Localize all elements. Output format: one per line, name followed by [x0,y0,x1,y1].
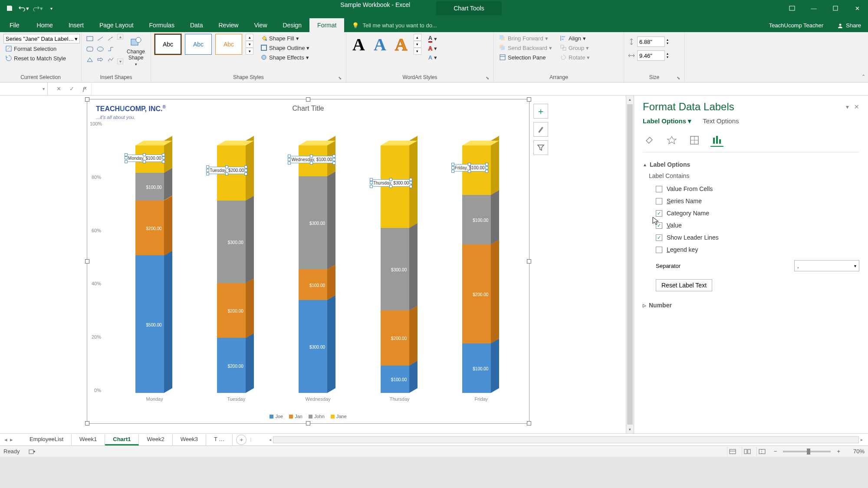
gallery-up-icon[interactable]: ▴ [414,34,421,41]
data-label[interactable]: Thursday, $300.00 [371,179,411,187]
chart-styles-button[interactable] [533,122,548,137]
tab-file[interactable]: File [0,18,29,32]
gallery-up-icon[interactable]: ▴ [246,34,253,41]
page-break-view-icon[interactable] [756,447,768,456]
gallery-more-icon[interactable]: ▾ [246,48,253,55]
tab-review[interactable]: Review [211,18,247,32]
collapse-ribbon-icon[interactable]: ⌃ [861,74,865,79]
pane-close-icon[interactable]: ✕ [854,103,859,110]
text-fill-button[interactable]: A ▾ [427,34,439,43]
label-options-tab[interactable]: Label Options ▾ [643,117,691,125]
plot-area[interactable]: 100%80%60% 40%20%0% $500.00$200.00$100.0… [103,121,522,397]
gallery-down-icon[interactable]: ▾ [414,41,421,48]
resize-handle[interactable] [85,97,89,102]
resize-handle[interactable] [527,259,531,264]
chart-filters-button[interactable] [533,140,548,155]
dialog-launcher-icon[interactable]: ⬊ [338,76,342,80]
formula-input[interactable] [91,82,868,95]
account-name[interactable]: TeachUcomp Teacher [762,19,831,32]
close-icon[interactable]: ✕ [846,0,868,16]
normal-view-icon[interactable] [727,447,738,456]
arrow-icon[interactable] [106,34,115,43]
dialog-launcher-icon[interactable]: ⬊ [486,76,489,80]
text-outline-button[interactable]: A ▾ [427,44,439,53]
tab-view[interactable]: View [246,18,275,32]
chart-elements-button[interactable]: ＋ [533,104,548,119]
scroll-thumb[interactable] [627,104,633,425]
chk-series-name[interactable]: Series Name [643,195,859,207]
chk-category-name[interactable]: ✓Category Name [643,207,859,219]
reset-label-text-button[interactable]: Reset Label Text [656,279,712,291]
tab-formulas[interactable]: Formulas [141,18,182,32]
sheet-tab[interactable]: Week2 [139,434,172,445]
redo-icon[interactable]: ▾ [31,2,43,14]
chk-legend-key[interactable]: Legend key [643,244,859,256]
shape-style-gallery[interactable]: Abc Abc Abc ▴ ▾ ▾ [155,34,253,55]
macro-record-icon[interactable] [29,448,36,455]
triangle-icon[interactable] [85,55,95,64]
sheet-tab[interactable]: EmployeeList [22,434,72,445]
zoom-out-button[interactable]: − [771,448,780,455]
shape-width-input[interactable] [637,50,665,61]
page-layout-view-icon[interactable] [742,447,753,456]
chk-show-leader-lines[interactable]: ✓Show Leader Lines [643,231,859,244]
maximize-icon[interactable] [825,0,846,16]
save-icon[interactable] [3,2,16,14]
align-button[interactable]: Align ▾ [558,34,592,43]
effects-icon[interactable] [665,134,678,147]
sheet-tab[interactable]: Week1 [72,434,105,445]
dialog-launcher-icon[interactable]: ⬊ [677,76,680,80]
data-label[interactable]: Wednesday, $100.00 [289,156,334,163]
tab-page-layout[interactable]: Page Layout [92,18,141,32]
tab-format[interactable]: Format [309,18,344,32]
ribbon-display-icon[interactable] [781,0,803,16]
scroll-left-icon[interactable]: ◂ [267,437,273,442]
cancel-formula-icon[interactable]: ✕ [52,86,65,92]
tab-nav-prev-icon[interactable]: ◂ [4,436,7,443]
chk-value[interactable]: ✓Value [643,219,859,231]
name-box[interactable]: ▾ [0,82,48,95]
chk-value-from-cells[interactable]: Value From Cells [643,183,859,195]
pane-options-icon[interactable]: ▾ [846,103,849,110]
chart-elements-dropdown[interactable]: Series "Jane" Data Label…▾ [3,34,80,43]
label-options-icon[interactable] [710,134,723,147]
bring-forward-button[interactable]: Bring Forward ▾ [497,34,554,43]
shape-gallery[interactable] [85,34,115,64]
label-options-section-header[interactable]: ▲ Label Options [643,158,859,171]
resize-handle[interactable] [85,259,89,264]
wordart-preset[interactable]: A [350,34,368,55]
fill-line-icon[interactable] [643,134,656,147]
sheet-tab[interactable]: Week3 [173,434,206,445]
freeform-icon[interactable] [106,55,115,64]
change-shape-button[interactable]: Change Shape ▾ [125,34,147,68]
resize-handle[interactable] [306,421,310,425]
tab-design[interactable]: Design [275,18,310,32]
tab-home[interactable]: Home [29,18,61,32]
rotate-button[interactable]: Rotate ▾ [558,53,592,62]
customize-qat-icon[interactable]: ▾ [45,2,57,14]
insert-function-icon[interactable]: fx [78,86,91,92]
zoom-level[interactable]: 70% [846,448,865,455]
number-section-header[interactable]: ▷ Number [643,299,859,311]
format-selection-button[interactable]: Format Selection [3,44,80,53]
wordart-gallery[interactable]: A A A ▴ ▾ ▾ [350,34,421,55]
tell-me-search[interactable]: 💡 Tell me what you want to do... [344,19,762,32]
data-label[interactable]: Tuesday, $200.00 [207,167,246,174]
selection-pane-button[interactable]: Selection Pane [497,53,554,62]
rectangle-icon[interactable] [85,34,95,43]
share-button[interactable]: Share [830,19,868,32]
text-options-tab[interactable]: Text Options [703,117,739,125]
resize-handle[interactable] [85,421,89,425]
send-backward-button[interactable]: Send Backward ▾ [497,43,554,52]
scroll-down-icon[interactable]: ▾ [626,425,634,433]
text-effects-button[interactable]: A ▾ [427,53,439,62]
gallery-down-icon[interactable]: ▾ [246,41,253,48]
wordart-preset[interactable]: A [371,34,389,55]
oval-icon[interactable] [95,44,105,54]
minimize-icon[interactable]: — [803,0,825,16]
shape-style-preset[interactable]: Abc [155,34,181,55]
shape-effects-button[interactable]: Shape Effects ▾ [259,53,311,62]
horizontal-scrollbar[interactable]: ◂ ▸ [264,436,868,443]
scroll-up-icon[interactable]: ▴ [626,96,634,103]
data-label[interactable]: Monday, $100.00 [126,155,164,162]
